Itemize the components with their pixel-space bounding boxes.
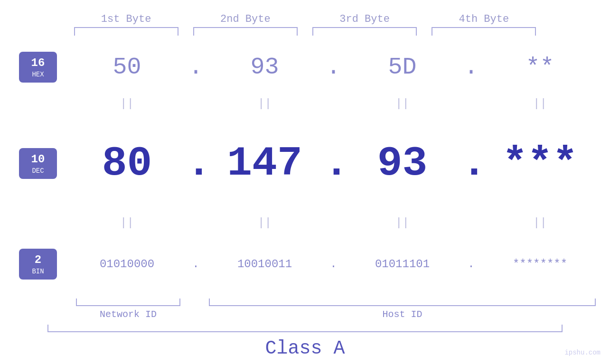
byte3-label: 3rd Byte [312,13,417,25]
eq2-b3: || [350,216,455,229]
eq1-b1: || [75,97,179,110]
bin-byte4: ******** [488,258,592,271]
hex-byte1: 50 [75,54,179,81]
network-id-label: Network ID [100,309,157,320]
class-row: Class A [0,338,610,359]
bin-dot3: . [462,258,481,271]
dec-badge-col: 10 DEC [0,148,66,179]
eq1-b3: || [350,97,455,110]
hex-byte4: ** [488,54,592,81]
bin-byte1: 01010000 [75,258,179,271]
host-bracket-line [209,299,596,306]
network-bracket-wrap: Network ID [66,299,190,320]
bin-data-row: 01010000 . 10010011 . 01011101 . *******… [66,258,610,271]
eq2-b4: || [488,216,592,229]
bin-byte3: 01011101 [350,258,455,271]
bracket-byte3 [312,27,417,36]
hex-dot2: . [324,54,343,81]
class-label: Class A [265,338,345,359]
dec-data-row: 80 . 147 . 93 . *** [66,140,610,187]
bracket-byte1 [74,27,178,36]
bin-byte2: 10010011 [213,258,317,271]
dec-dot2: . [324,140,343,187]
bracket-spacer-dot [190,299,209,320]
eq-row-2: || || || || [0,215,610,232]
eq2-b2: || [213,216,317,229]
full-bracket-row [0,325,610,332]
host-bracket-wrap: Host ID [209,299,610,320]
eq-data-1: || || || || [66,97,610,110]
eq2-b1: || [75,216,179,229]
bin-dot2: . [324,258,343,271]
dec-byte3: 93 [350,140,455,187]
main-container: 1st Byte 2nd Byte 3rd Byte 4th Byte 16 H… [0,0,610,364]
hex-dot3: . [462,54,481,81]
bracket-byte2 [193,27,298,36]
bin-badge: 2 BIN [19,249,57,280]
hex-dot1: . [187,54,206,81]
eq-row-1: || || || || [0,95,610,112]
host-id-label: Host ID [382,309,422,320]
byte2-label: 2nd Byte [193,13,298,25]
hex-badge: 16 HEX [19,52,57,83]
dec-dot1: . [187,140,206,187]
bin-badge-col: 2 BIN [0,249,66,280]
hex-byte3: 5D [350,54,455,81]
dec-byte2: 147 [213,140,317,187]
byte1-label: 1st Byte [74,13,178,25]
bin-row-group: 2 BIN 01010000 . 10010011 . 01011101 . *… [0,232,610,297]
byte4-label: 4th Byte [432,13,536,25]
hex-badge-col: 16 HEX [0,52,66,83]
byte-headers: 1st Byte 2nd Byte 3rd Byte 4th Byte [0,13,610,25]
bracket-byte4 [432,27,536,36]
dec-row-group: 10 DEC 80 . 147 . 93 . *** [0,112,610,215]
hex-data-row: 50 . 93 . 5D . ** [66,54,610,81]
hex-byte2: 93 [213,54,317,81]
top-brackets [0,27,610,36]
bottom-bracket-row: Network ID Host ID [0,299,610,320]
eq-data-2: || || || || [66,216,610,229]
watermark: ipshu.com [564,349,601,356]
eq1-b2: || [213,97,317,110]
full-bottom-bracket [47,325,563,332]
eq1-b4: || [488,97,592,110]
dec-byte1: 80 [75,140,179,187]
dec-dot3: . [462,140,481,187]
dec-byte4: *** [488,140,592,187]
hex-row-group: 16 HEX 50 . 93 . 5D . ** [0,39,610,95]
bin-dot1: . [187,258,206,271]
network-bracket-line [76,299,180,306]
dec-badge: 10 DEC [19,148,57,179]
